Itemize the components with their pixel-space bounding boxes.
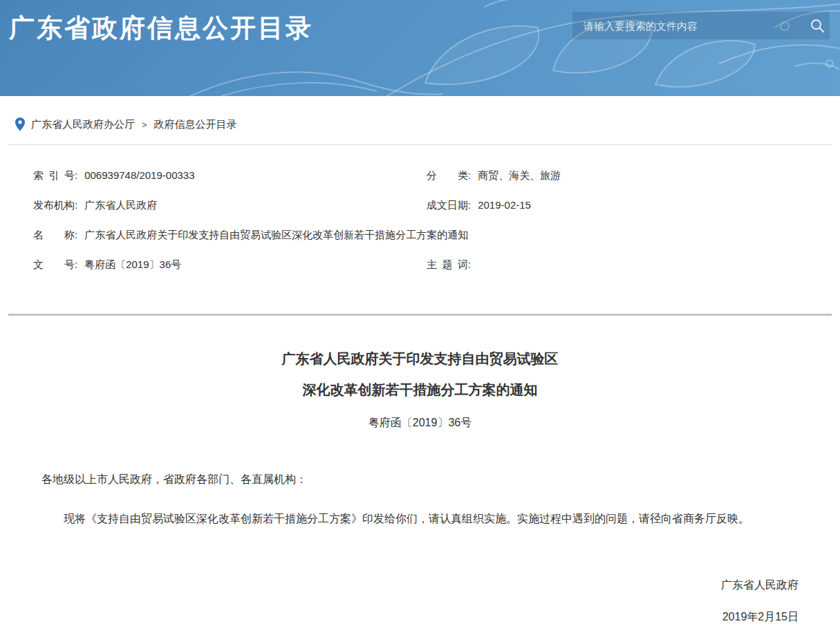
document-metadata: 索引号:006939748/2019-00333 分类:商贸、海关、旅游 发布机…: [0, 145, 840, 289]
meta-label: 名称: [33, 229, 75, 240]
breadcrumb-root-link[interactable]: 广东省人民政府办公厅: [31, 118, 135, 131]
document-number: 粤府函〔2019〕36号: [41, 417, 799, 428]
meta-label: 索引号: [33, 170, 75, 181]
breadcrumb-current-link[interactable]: 政府信息公开目录: [154, 118, 237, 131]
meta-field-written-date: 成文日期:2019-02-15: [427, 200, 807, 211]
meta-field-name: 名称:广东省人民政府关于印发支持自由贸易试验区深化改革创新若干措施分工方案的通知: [33, 229, 807, 240]
meta-value: 006939748/2019-00333: [84, 169, 194, 181]
meta-value: 广东省人民政府: [84, 199, 157, 211]
meta-field-subject: 主题词:: [427, 259, 807, 270]
search-icon: [810, 18, 825, 33]
paragraph-salutation: 各地级以上市人民政府，省政府各部门、各直属机构：: [41, 474, 799, 485]
search-button[interactable]: [805, 12, 830, 39]
meta-colon: :: [468, 200, 471, 211]
meta-field-index-number: 索引号:006939748/2019-00333: [33, 170, 427, 181]
meta-label: 文号: [33, 259, 75, 270]
meta-label: 主题词: [427, 259, 468, 270]
meta-value: 粤府函〔2019〕36号: [84, 258, 181, 270]
meta-field-category: 分类:商贸、海关、旅游: [427, 170, 807, 181]
hero-header: 广东省政府信息公开目录: [0, 0, 840, 96]
document-title-line2: 深化改革创新若干措施分工方案的通知: [41, 383, 799, 397]
page-title: 广东省政府信息公开目录: [9, 11, 313, 46]
meta-colon: :: [75, 200, 77, 211]
breadcrumb-separator: >: [142, 120, 147, 130]
breadcrumb: 广东省人民政府办公厅 > 政府信息公开目录: [0, 96, 840, 131]
meta-label: 发布机构: [33, 200, 75, 211]
paragraph-body: 现将《支持自由贸易试验区深化改革创新若干措施分工方案》印发给你们，请认真组织实施…: [41, 513, 799, 524]
meta-colon: :: [468, 170, 471, 181]
meta-colon: :: [75, 259, 77, 270]
meta-label: 成文日期: [427, 200, 468, 211]
meta-label: 分类: [427, 170, 468, 181]
document-body: 广东省人民政府关于印发支持自由贸易试验区 深化改革创新若干措施分工方案的通知 粤…: [0, 316, 840, 623]
meta-field-publisher: 发布机构:广东省人民政府: [33, 200, 427, 211]
search-input[interactable]: [572, 12, 805, 39]
document-title-line1: 广东省人民政府关于印发支持自由贸易试验区: [41, 352, 799, 366]
meta-value: 广东省人民政府关于印发支持自由贸易试验区深化改革创新若干措施分工方案的通知: [84, 229, 468, 240]
signature-date: 2019年2月15日: [41, 611, 799, 623]
meta-value: 2019-02-15: [478, 199, 531, 211]
search-box: [572, 12, 830, 39]
meta-field-doc-number: 文号:粤府函〔2019〕36号: [33, 259, 427, 270]
signature: 广东省人民政府: [41, 579, 799, 591]
location-pin-icon: [15, 117, 25, 131]
meta-colon: :: [75, 229, 77, 240]
meta-colon: :: [75, 170, 77, 181]
meta-value: 商贸、海关、旅游: [478, 169, 561, 181]
meta-colon: :: [468, 259, 471, 270]
